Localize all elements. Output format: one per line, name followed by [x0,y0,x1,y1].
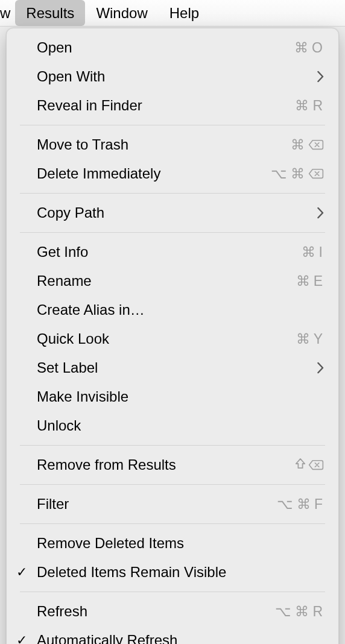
menubar-item-label: Window [96,5,147,22]
menu-item-label: Refresh [37,604,275,619]
menubar-item-results[interactable]: Results [15,0,85,26]
menubar-item-window[interactable]: Window [85,0,158,26]
shortcut-key: F [314,497,324,511]
menu-shortcut: ⌘Y [296,332,324,346]
command-icon: ⌘ [295,605,310,619]
delete-icon [308,459,324,471]
option-icon: ⌥ [271,167,288,181]
menu-item-label: Remove from Results [37,458,295,472]
menu-separator [20,523,325,524]
menu-shortcut [295,458,324,472]
menu-shortcut: ⌘I [302,245,324,259]
menubar-item-label: Help [169,5,199,22]
menu-item-label: Open With [37,69,317,84]
menu-item-label: Remove Deleted Items [37,536,324,551]
check-icon: ✓ [16,566,27,579]
menu-separator [20,125,325,125]
menu-item-get-info[interactable]: Get Info⌘I [7,238,338,267]
menu-separator [20,592,325,592]
menubar-partial-label: w [0,5,10,22]
menu-item-reveal-in-finder[interactable]: Reveal in Finder⌘R [7,91,338,120]
menu-item-quick-look[interactable]: Quick Look⌘Y [7,324,338,353]
menu-item-label: Automatically Refresh [37,633,324,644]
menu-item-make-invisible[interactable]: Make Invisible [7,382,338,411]
menu-item-move-to-trash[interactable]: Move to Trash⌘ [7,130,338,159]
menu-item-open[interactable]: Open⌘O [7,33,338,62]
command-icon: ⌘ [297,497,312,511]
chevron-right-icon [317,71,324,83]
menubar-item-help[interactable]: Help [159,0,210,26]
menu-shortcut: ⌘R [295,99,324,113]
menu-item-label: Make Invisible [37,390,324,404]
command-icon: ⌘ [291,167,306,181]
menu-item-label: Rename [37,274,296,288]
menu-separator [20,445,325,446]
delete-icon [308,168,324,180]
menu-separator [20,232,325,233]
menu-item-label: Set Label [37,361,317,375]
menu-item-refresh[interactable]: Refresh⌥⌘R [7,597,338,626]
menu-item-label: Move to Trash [37,137,291,152]
shortcut-key: Y [314,332,324,346]
menu-shortcut: ⌘E [296,274,324,288]
menubar-item-partial[interactable]: w [0,0,15,26]
menu-item-copy-path[interactable]: Copy Path [7,198,338,227]
shortcut-key: R [312,99,324,113]
menu-item-label: Reveal in Finder [37,98,295,113]
menu-item-unlock[interactable]: Unlock [7,411,338,440]
delete-icon [308,139,324,151]
menu-item-remove-from-results[interactable]: Remove from Results [7,450,338,479]
menu-shortcut: ⌘ [291,138,324,152]
command-icon: ⌘ [302,245,317,259]
menu-item-automatically-refresh[interactable]: ✓Automatically Refresh [7,626,338,644]
menubar-item-label: Results [26,5,74,22]
command-icon: ⌘ [294,41,309,55]
menu-item-set-label[interactable]: Set Label [7,353,338,382]
menu-item-deleted-items-remain-visible[interactable]: ✓Deleted Items Remain Visible [7,558,338,587]
option-icon: ⌥ [277,497,294,511]
command-icon: ⌘ [296,274,311,288]
menu-item-remove-deleted-items[interactable]: Remove Deleted Items [7,529,338,558]
menu-item-label: Unlock [37,418,324,433]
menu-item-label: Filter [37,497,277,511]
menu-item-rename[interactable]: Rename⌘E [7,267,338,295]
menu-shortcut: ⌥⌘ [271,167,324,181]
menu-shortcut: ⌥⌘F [277,497,324,511]
option-icon: ⌥ [275,605,293,619]
chevron-right-icon [317,362,324,374]
menu-item-create-alias-in[interactable]: Create Alias in… [7,295,338,324]
results-menu: Open⌘OOpen WithReveal in Finder⌘RMove to… [6,28,339,644]
shift-icon [295,458,306,472]
menu-item-delete-immediately[interactable]: Delete Immediately⌥⌘ [7,159,338,188]
shortcut-key: R [312,605,324,619]
command-icon: ⌘ [291,138,306,152]
menubar: w ResultsWindowHelp [0,0,345,27]
menu-shortcut: ⌘O [294,41,324,55]
menu-separator [20,484,325,485]
menu-item-label: Get Info [37,245,302,259]
menu-separator [20,193,325,194]
menu-item-label: Create Alias in… [37,303,324,317]
menu-item-label: Deleted Items Remain Visible [37,565,324,579]
menu-item-label: Quick Look [37,332,296,346]
menu-shortcut: ⌥⌘R [275,605,324,619]
shortcut-key: I [319,245,324,259]
shortcut-key: O [312,41,324,55]
chevron-right-icon [317,207,324,219]
check-icon: ✓ [16,634,27,644]
menu-item-open-with[interactable]: Open With [7,62,338,91]
menu-item-label: Copy Path [37,206,317,220]
command-icon: ⌘ [296,332,311,346]
shortcut-key: E [314,274,324,288]
menu-item-filter[interactable]: Filter⌥⌘F [7,490,338,519]
command-icon: ⌘ [295,99,310,113]
menu-item-label: Open [37,40,294,55]
menu-item-label: Delete Immediately [37,166,271,181]
